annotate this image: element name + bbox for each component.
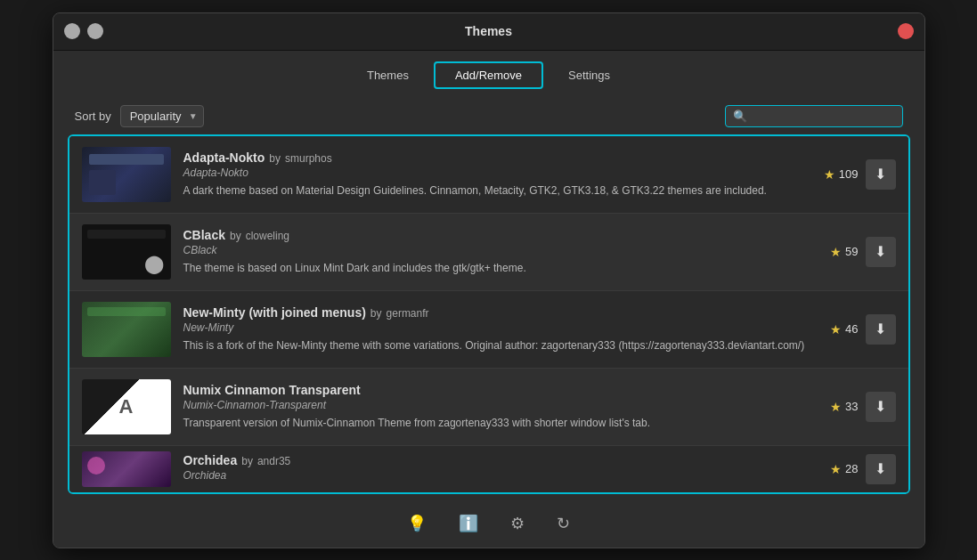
- theme-description: A dark theme based on Material Design Gu…: [183, 183, 811, 199]
- star-number: 109: [839, 167, 859, 181]
- themes-window: ─ □ Themes ✕ Themes Add/Remove Settings …: [53, 12, 925, 548]
- download-button-adapta[interactable]: ⬇: [866, 159, 896, 190]
- theme-info-adapta: Adapta-Nokto by smurphos Adapta-Nokto A …: [183, 150, 811, 199]
- star-count: ★ 28: [830, 462, 858, 476]
- tab-themes[interactable]: Themes: [346, 61, 430, 89]
- light-icon-button[interactable]: 💡: [402, 510, 432, 537]
- settings-icon-button[interactable]: ⚙: [505, 510, 530, 537]
- sort-label: Sort by: [75, 110, 111, 123]
- theme-item: Numix Cinnamon Transparent Numix-Cinnamo…: [69, 369, 908, 446]
- theme-item: Adapta-Nokto by smurphos Adapta-Nokto A …: [69, 136, 908, 214]
- star-icon: ★: [824, 167, 835, 182]
- theme-name: New-Minty (with joined menus): [183, 305, 366, 320]
- star-number: 59: [845, 245, 858, 258]
- minimize-button[interactable]: ─: [64, 23, 80, 39]
- theme-by: by: [241, 455, 253, 467]
- close-button[interactable]: ✕: [898, 23, 914, 39]
- download-button-cblack[interactable]: ⬇: [866, 237, 896, 267]
- download-button-minty[interactable]: ⬇: [866, 314, 896, 345]
- theme-info-numix: Numix Cinnamon Transparent Numix-Cinnamo…: [183, 383, 818, 431]
- theme-author: cloweling: [246, 230, 289, 242]
- theme-actions-minty: ★ 46 ⬇: [830, 314, 895, 345]
- theme-author: andr35: [257, 455, 290, 467]
- theme-thumbnail-orchidea: [82, 451, 171, 487]
- star-count: ★ 109: [824, 167, 859, 182]
- maximize-button[interactable]: □: [87, 23, 103, 39]
- titlebar: ─ □ Themes ✕: [53, 13, 924, 51]
- tab-add-remove[interactable]: Add/Remove: [434, 61, 543, 89]
- window-title: Themes: [121, 24, 857, 38]
- theme-author: smurphos: [285, 152, 332, 165]
- theme-item: CBlack by cloweling CBlack The theme is …: [69, 214, 908, 291]
- theme-by: by: [370, 307, 382, 320]
- theme-actions-adapta: ★ 109 ⬇: [824, 159, 896, 190]
- themes-list: Adapta-Nokto by smurphos Adapta-Nokto A …: [68, 134, 910, 494]
- search-box: 🔍: [725, 105, 903, 127]
- theme-slug: New-Minty: [183, 321, 818, 334]
- star-icon: ★: [830, 462, 842, 476]
- theme-description: This is a fork of the New-Minty theme wi…: [183, 337, 818, 353]
- theme-slug: Numix-Cinnamon-Transparent: [183, 399, 818, 411]
- theme-info-cblack: CBlack by cloweling CBlack The theme is …: [183, 228, 818, 276]
- theme-slug: Adapta-Nokto: [183, 166, 811, 179]
- theme-description: Transparent version of Numix-Cinnamon Th…: [183, 415, 818, 431]
- theme-by: by: [269, 152, 281, 165]
- download-button-numix[interactable]: ⬇: [866, 392, 896, 422]
- sort-select[interactable]: Popularity Name Date: [120, 105, 204, 127]
- search-icon: 🔍: [733, 110, 747, 123]
- theme-item: Orchidea by andr35 Orchidea ★ 28 ⬇: [69, 446, 908, 492]
- star-icon: ★: [830, 322, 842, 337]
- refresh-icon-button[interactable]: ↻: [551, 510, 575, 537]
- theme-thumbnail-adapta: [82, 147, 171, 202]
- bottom-bar: 💡 ℹ️ ⚙ ↻: [53, 501, 924, 548]
- theme-actions-cblack: ★ 59 ⬇: [830, 237, 895, 267]
- star-count: ★ 59: [830, 245, 858, 259]
- theme-slug: CBlack: [183, 244, 818, 256]
- download-button-orchidea[interactable]: ⬇: [866, 454, 896, 484]
- theme-author: germanfr: [387, 307, 429, 320]
- toolbar: Sort by Popularity Name Date ▼ 🔍: [53, 98, 924, 134]
- theme-name: CBlack: [183, 228, 225, 242]
- theme-info-minty: New-Minty (with joined menus) by germanf…: [183, 305, 818, 353]
- star-number: 46: [845, 322, 858, 336]
- star-number: 33: [845, 400, 858, 413]
- search-input[interactable]: [753, 110, 895, 123]
- theme-name: Numix Cinnamon Transparent: [183, 383, 361, 397]
- theme-thumbnail-cblack: [82, 224, 171, 280]
- theme-description: The theme is based on Linux Mint Dark an…: [183, 260, 818, 276]
- info-icon-button[interactable]: ℹ️: [453, 510, 484, 537]
- star-number: 28: [845, 462, 858, 475]
- star-count: ★ 33: [830, 400, 858, 414]
- theme-thumbnail-numix: [82, 379, 171, 434]
- theme-actions-orchidea: ★ 28 ⬇: [830, 454, 895, 484]
- star-count: ★ 46: [830, 322, 858, 337]
- theme-actions-numix: ★ 33 ⬇: [830, 392, 895, 422]
- theme-info-orchidea: Orchidea by andr35 Orchidea: [183, 453, 818, 485]
- theme-thumbnail-minty: [82, 302, 171, 357]
- star-icon: ★: [830, 400, 842, 414]
- tab-settings[interactable]: Settings: [547, 61, 631, 89]
- tabs-bar: Themes Add/Remove Settings: [53, 51, 924, 98]
- sort-wrapper: Popularity Name Date ▼: [120, 105, 204, 127]
- theme-slug: Orchidea: [183, 469, 818, 482]
- theme-name: Adapta-Nokto: [183, 150, 265, 165]
- star-icon: ★: [830, 245, 842, 259]
- theme-by: by: [230, 230, 241, 242]
- theme-name: Orchidea: [183, 453, 238, 467]
- theme-item: New-Minty (with joined menus) by germanf…: [69, 291, 908, 369]
